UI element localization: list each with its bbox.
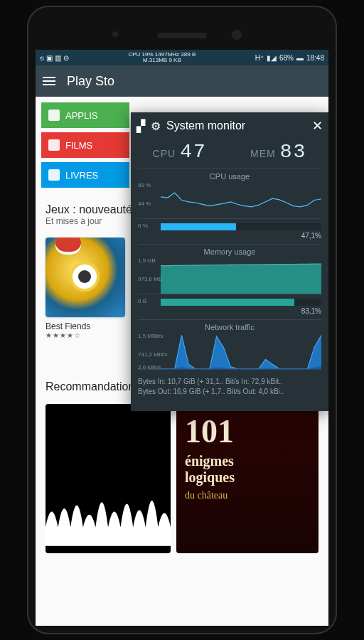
mem-ylabel-mid: 973,6 MB <box>138 276 162 282</box>
reco-card-101[interactable]: 101 énigmes logiques du château <box>176 404 318 553</box>
cpu-ylabel-top: 88 % <box>138 182 151 188</box>
cpu-section-title: CPU usage <box>138 169 321 181</box>
cpu-bar-pct: 47,1% <box>138 232 321 240</box>
hplus-icon: H⁺ <box>255 54 264 62</box>
net-section: Network traffic 1,5 MBit/s 741,2 kBit/s … <box>131 319 328 374</box>
mem-graph: 1,9 GB 973,6 MB <box>138 257 321 294</box>
phone-frame: ⎋ ▣ ▥ ⊖ CPU 19% 1497MHz 389 B M.313MB 9 … <box>27 6 337 634</box>
book-line1: énigmes <box>185 453 310 469</box>
net-section-title: Network traffic <box>138 319 321 331</box>
mem-ylabel-top: 1,9 GB <box>138 257 156 264</box>
status-bar: ⎋ ▣ ▥ ⊖ CPU 19% 1497MHz 389 B M.313MB 9 … <box>36 50 328 65</box>
play-store-content: APPLIS FILMS LIVRES Jeux : nouveautés Et… <box>36 97 328 626</box>
overlay-header[interactable]: ▞ ⚙ System monitor ✕ <box>131 112 328 139</box>
book-number: 101 <box>185 412 310 450</box>
category-label: FILMS <box>65 140 92 151</box>
mem-value: 83 <box>280 141 307 163</box>
net-graph: 1,5 MBit/s 741,2 kBit/s 2,6 kBit/s <box>138 333 321 370</box>
overlay-summary: CPU 47 MEM 83 <box>131 139 328 169</box>
net-ylabel-top: 1,5 MBit/s <box>138 333 164 339</box>
page-title: Play Sto <box>67 74 114 89</box>
android-icon <box>48 110 60 121</box>
category-livres[interactable]: LIVRES <box>41 162 129 188</box>
cpu-bar <box>161 223 321 230</box>
net-ylabel-bot: 2,6 kBit/s <box>138 364 161 370</box>
app-artwork <box>46 238 125 317</box>
close-icon[interactable]: ✕ <box>312 118 323 134</box>
mem-section: Memory usage 1,9 GB 973,6 MB 0 B 83,1% <box>131 244 328 319</box>
mem-bar-pct: 83,1% <box>138 307 321 315</box>
clock: 18:48 <box>306 54 324 62</box>
mem-section-title: Memory usage <box>138 244 321 256</box>
status-left-icons: ⎋ ▣ ▥ ⊖ <box>40 54 69 62</box>
phone-camera <box>232 30 242 40</box>
cpu-section: CPU usage 88 % 44 % 0 % 47,1% <box>131 169 328 244</box>
reco-row: 101 énigmes logiques du château <box>46 404 318 553</box>
category-label: APPLIS <box>65 110 98 121</box>
badge-icon: ▣ <box>46 54 53 62</box>
phone-speaker <box>157 33 207 38</box>
usb-icon: ⎋ <box>40 54 44 62</box>
cpu-stat: CPU 47 <box>153 141 207 163</box>
book-line2: logiques <box>185 469 310 486</box>
overlay-title: System monitor <box>166 119 306 132</box>
mem-stat: MEM 83 <box>250 141 306 163</box>
gear-icon[interactable]: ⚙ <box>151 119 161 133</box>
net-line1: Bytes In: 10,7 GiB (+ 31,1.. Bit/s In: 7… <box>138 377 321 387</box>
cpu-label: CPU <box>153 148 176 159</box>
category-applis[interactable]: APPLIS <box>41 102 129 128</box>
battery-icon: ▬ <box>296 54 304 62</box>
mem-label: MEM <box>250 148 276 159</box>
film-icon <box>48 139 60 151</box>
battery-pct: 68% <box>279 54 294 62</box>
category-list: APPLIS FILMS LIVRES <box>41 102 129 188</box>
minus-icon: ⊖ <box>63 54 69 62</box>
bars-icon: ▥ <box>55 54 61 62</box>
cpu-value: 47 <box>180 141 207 163</box>
play-store-header: Play Sto <box>36 65 328 97</box>
cpu-bar-ylabel: 0 % <box>138 223 158 229</box>
mem-bar-ylabel: 0 B <box>138 298 158 304</box>
status-right: H⁺ ▮◢ 68% ▬ 18:48 <box>255 54 324 62</box>
status-cpu-line2: M.313MB 9 KB <box>72 58 252 63</box>
app-card-best-fiends[interactable]: Best Fiends ★★★★☆ <box>46 238 125 339</box>
section-title: Recommandations <box>46 380 140 393</box>
reco-card-music[interactable] <box>46 404 171 553</box>
hamburger-icon[interactable] <box>43 75 55 87</box>
system-monitor-overlay[interactable]: ▞ ⚙ System monitor ✕ CPU 47 MEM 83 <box>131 112 328 411</box>
book-icon <box>48 169 60 181</box>
app-rating: ★★★★☆ <box>46 331 125 339</box>
net-text-stats: Bytes In: 10,7 GiB (+ 31,1.. Bit/s In: 7… <box>131 374 328 400</box>
mem-bar <box>161 299 321 306</box>
status-cpu-text: CPU 19% 1497MHz 389 B M.313MB 9 KB <box>72 52 252 63</box>
signal-icon: ▮◢ <box>267 54 277 62</box>
cpu-graph: 88 % 44 % <box>138 182 321 219</box>
phone-sensor <box>112 31 118 37</box>
screen: ⎋ ▣ ▥ ⊖ CPU 19% 1497MHz 389 B M.313MB 9 … <box>36 50 328 626</box>
book-line3: du château <box>185 490 310 501</box>
category-films[interactable]: FILMS <box>41 132 129 158</box>
app-name: Best Fiends <box>46 321 125 331</box>
waveform-icon <box>46 464 171 553</box>
move-icon[interactable]: ▞ <box>136 119 145 133</box>
net-line2: Bytes Out: 16,9 GiB (+ 1,7.. Bit/s Out: … <box>138 387 321 397</box>
category-label: LIVRES <box>65 170 98 181</box>
cpu-ylabel-mid: 44 % <box>138 201 151 207</box>
